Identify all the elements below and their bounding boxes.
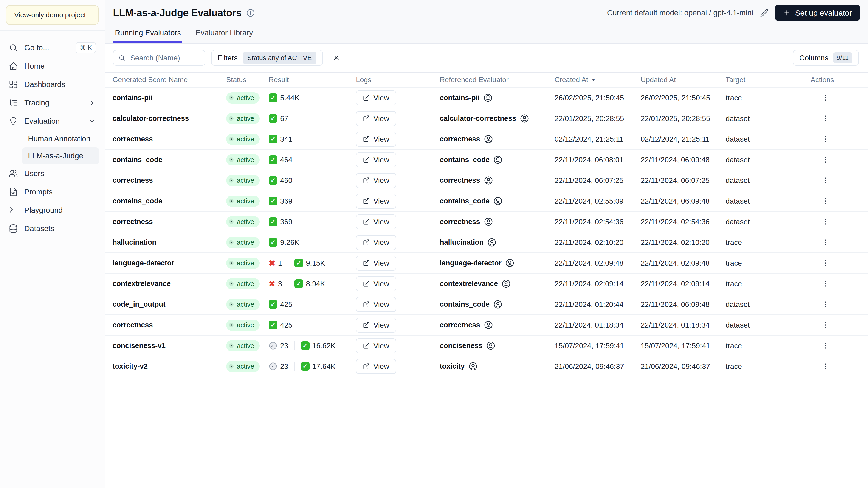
referenced-evaluator[interactable]: contains_code <box>440 300 555 309</box>
referenced-evaluator[interactable]: hallucination <box>440 238 555 247</box>
generated-score-name: calculator-correctness <box>113 114 226 123</box>
table-row[interactable]: contains_code active ✓369 View contains_… <box>105 191 868 211</box>
result-cell: ✓425 <box>269 321 356 329</box>
table-row[interactable]: calculator-correctness active ✓67 View c… <box>105 108 868 129</box>
clear-filters-button[interactable] <box>330 51 343 65</box>
status-dot-icon <box>229 220 234 224</box>
row-actions-kebab[interactable] <box>818 339 833 352</box>
status-dot-icon <box>229 261 234 265</box>
search-input[interactable] <box>130 54 200 62</box>
referenced-evaluator[interactable]: correctness <box>440 134 555 144</box>
table-row[interactable]: correctness active ✓341 View correctness… <box>105 129 868 149</box>
row-actions-kebab[interactable] <box>818 216 833 228</box>
demo-project-link[interactable]: demo project <box>46 11 86 19</box>
status-badge: active <box>226 278 260 289</box>
view-logs-button[interactable]: View <box>356 194 396 209</box>
sidebar-item-human-annotation[interactable]: Human Annotation <box>22 130 99 148</box>
sidebar-item-llm-as-a-judge[interactable]: LLM-as-a-Judge <box>22 148 99 164</box>
view-logs-button[interactable]: View <box>356 256 396 271</box>
view-logs-button[interactable]: View <box>356 132 396 147</box>
set-up-evaluator-button[interactable]: Set up evaluator <box>775 5 860 21</box>
table-row[interactable]: conciseness-v1 active 23✓16.62K View con… <box>105 335 868 356</box>
users-icon <box>9 169 18 178</box>
referenced-evaluator[interactable]: contains-pii <box>440 93 555 102</box>
set-up-evaluator-label: Set up evaluator <box>795 8 852 18</box>
table-row[interactable]: language-detector active ✖1✓9.15K View l… <box>105 253 868 273</box>
tab-evaluator-library[interactable]: Evaluator Library <box>194 29 254 43</box>
row-actions-kebab[interactable] <box>818 195 833 207</box>
cross-icon: ✖ <box>269 259 275 267</box>
sidebar-item-tracing[interactable]: Tracing <box>5 94 99 112</box>
sidebar-item-playground[interactable]: Playground <box>5 201 99 220</box>
edit-model-pencil-icon[interactable] <box>760 9 768 17</box>
sidebar-item-prompts[interactable]: Prompts <box>5 183 99 201</box>
view-logs-button[interactable]: View <box>356 318 396 333</box>
view-logs-button[interactable]: View <box>356 276 396 291</box>
table-row[interactable]: correctness active ✓460 View correctness… <box>105 170 868 191</box>
prompts-file-icon <box>9 187 18 196</box>
row-actions-kebab[interactable] <box>818 92 833 104</box>
view-logs-button[interactable]: View <box>356 111 396 126</box>
col-header-status: Status <box>226 76 269 84</box>
sidebar-item-datasets[interactable]: Datasets <box>5 220 99 238</box>
referenced-evaluator[interactable]: contains_code <box>440 155 555 164</box>
sort-desc-icon: ▼ <box>591 77 596 83</box>
table-row[interactable]: contains_code active ✓464 View contains_… <box>105 149 868 170</box>
row-actions-kebab[interactable] <box>818 319 833 331</box>
sidebar-item-users[interactable]: Users <box>5 164 99 183</box>
table-row[interactable]: hallucination active ✓9.26K View halluci… <box>105 232 868 253</box>
default-model-label: Current default model: openai / gpt-4.1-… <box>607 8 753 17</box>
table-row[interactable]: toxicity-v2 active 23✓17.64K View toxici… <box>105 356 868 377</box>
table-row[interactable]: contains-pii active ✓5.44K View contains… <box>105 87 868 108</box>
row-actions-kebab[interactable] <box>818 257 833 269</box>
created-at: 22/11/2024, 02:09:48 <box>555 259 641 267</box>
check-icon: ✓ <box>301 362 310 371</box>
tab-running-evaluators[interactable]: Running Evaluators <box>114 29 182 43</box>
sidebar-item-home[interactable]: Home <box>5 57 99 75</box>
row-actions-kebab[interactable] <box>818 360 833 372</box>
row-actions-kebab[interactable] <box>818 236 833 249</box>
search-box[interactable] <box>113 50 205 66</box>
row-actions-kebab[interactable] <box>818 112 833 125</box>
table-row[interactable]: code_in_output active ✓425 View contains… <box>105 294 868 315</box>
table-row[interactable]: correctness active ✓425 View correctness… <box>105 315 868 335</box>
filters-button[interactable]: Filters Status any of ACTIVE <box>211 50 323 66</box>
created-at: 21/06/2024, 09:46:37 <box>555 362 641 371</box>
sidebar-item-goto[interactable]: Go to... ⌘ K <box>5 39 99 57</box>
table-row[interactable]: contextrelevance active ✖3✓8.94K View co… <box>105 273 868 294</box>
updated-at: 22/11/2024, 06:09:48 <box>641 156 725 164</box>
info-icon[interactable] <box>246 8 255 17</box>
view-logs-button[interactable]: View <box>356 215 396 229</box>
table-row[interactable]: correctness active ✓369 View correctness… <box>105 211 868 232</box>
row-actions-kebab[interactable] <box>818 154 833 166</box>
result-value: 464 <box>280 156 292 164</box>
sidebar-item-evaluation[interactable]: Evaluation <box>5 112 99 130</box>
referenced-evaluator[interactable]: correctness <box>440 176 555 185</box>
view-logs-button[interactable]: View <box>356 359 396 374</box>
view-logs-button[interactable]: View <box>356 173 396 188</box>
row-actions-kebab[interactable] <box>818 298 833 311</box>
referenced-evaluator-name: correctness <box>440 321 480 329</box>
view-logs-button[interactable]: View <box>356 91 396 105</box>
check-icon: ✓ <box>269 93 277 102</box>
view-logs-button[interactable]: View <box>356 235 396 250</box>
sidebar-item-dashboards[interactable]: Dashboards <box>5 75 99 94</box>
referenced-evaluator[interactable]: language-detector <box>440 258 555 268</box>
referenced-evaluator[interactable]: toxicity <box>440 362 555 371</box>
row-actions-kebab[interactable] <box>818 174 833 187</box>
view-logs-button[interactable]: View <box>356 297 396 312</box>
referenced-evaluator[interactable]: contains_code <box>440 196 555 206</box>
generated-score-name: contains_code <box>113 197 226 205</box>
row-actions-kebab[interactable] <box>818 278 833 290</box>
referenced-evaluator[interactable]: correctness <box>440 217 555 226</box>
target: dataset <box>725 321 811 329</box>
referenced-evaluator[interactable]: conciseness <box>440 341 555 350</box>
view-logs-button[interactable]: View <box>356 153 396 167</box>
columns-button[interactable]: Columns 9/11 <box>793 50 859 66</box>
referenced-evaluator[interactable]: contextrelevance <box>440 279 555 288</box>
row-actions-kebab[interactable] <box>818 133 833 145</box>
col-header-created-at[interactable]: Created At▼ <box>555 76 641 84</box>
referenced-evaluator[interactable]: calculator-correctness <box>440 114 555 123</box>
view-logs-button[interactable]: View <box>356 338 396 353</box>
referenced-evaluator[interactable]: correctness <box>440 320 555 330</box>
